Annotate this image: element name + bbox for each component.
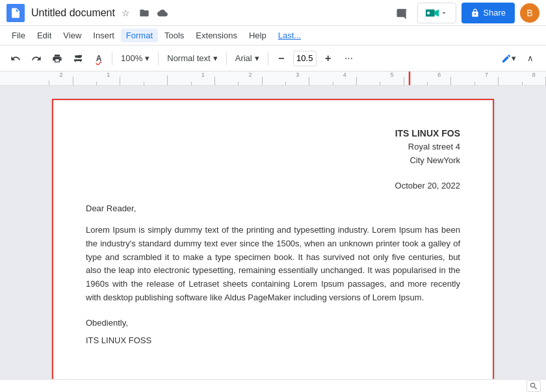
menu-edit[interactable]: Edit <box>32 29 57 42</box>
font-chevron-icon: ▾ <box>255 53 259 63</box>
share-label: Share <box>483 8 506 18</box>
more-options-button[interactable]: ⋯ <box>340 49 358 68</box>
collapse-toolbar-button[interactable]: ∧ <box>521 49 540 68</box>
menu-help[interactable]: Help <box>244 29 272 42</box>
pencil-button[interactable]: ▾ <box>499 49 519 68</box>
paint-format-button[interactable] <box>69 49 87 68</box>
menu-file[interactable]: File <box>6 29 31 42</box>
menu-extensions[interactable]: Extensions <box>190 29 242 42</box>
user-avatar[interactable]: B <box>520 3 540 23</box>
top-bar: Untitled document ☆ Share B <box>0 0 546 26</box>
menu-format[interactable]: Format <box>121 29 158 42</box>
letter-header: ITS LINUX FOS Royal street 4 City NewYor… <box>86 126 460 168</box>
toolbar-sep-1 <box>112 52 112 65</box>
menu-insert[interactable]: Insert <box>88 29 120 42</box>
letter-address2: City NewYork <box>86 154 460 168</box>
top-right: Share B <box>391 3 540 23</box>
doc-title[interactable]: Untitled document <box>31 7 115 19</box>
letter-address1: Royal street 4 <box>86 140 460 154</box>
comments-button[interactable] <box>391 3 412 23</box>
star-icon[interactable]: ☆ <box>119 6 133 20</box>
redo-button[interactable] <box>27 49 46 68</box>
menu-view[interactable]: View <box>58 29 86 42</box>
scroll-end-button[interactable] <box>526 380 541 392</box>
menu-bar: File Edit View Insert Format Tools Exten… <box>0 26 546 46</box>
toolbar-sep-2 <box>158 52 159 65</box>
increase-font-button[interactable]: + <box>319 49 337 68</box>
pencil-chevron-icon: ▾ <box>512 53 516 63</box>
letter-body: Lorem Ipsum is simply dummy text of the … <box>86 224 460 305</box>
toolbar-sep-3 <box>226 52 227 65</box>
share-button[interactable]: Share <box>462 3 515 23</box>
letter-greeting: Dear Reader, <box>86 203 460 213</box>
svg-point-2 <box>427 11 430 14</box>
zoom-select[interactable]: 100% ▾ <box>116 49 154 68</box>
doc-title-area: Untitled document ☆ <box>31 6 391 20</box>
letter-closing: Obediently, <box>86 318 460 328</box>
spell-check-button[interactable]: A <box>90 49 108 68</box>
ruler: 2 1 1 2 3 4 5 6 7 8 <box>0 72 546 86</box>
decrease-font-button[interactable]: − <box>272 49 291 68</box>
folder-icon[interactable] <box>137 6 151 20</box>
document-page[interactable]: ITS LINUX FOS Royal street 4 City NewYor… <box>52 99 494 379</box>
style-chevron-icon: ▾ <box>213 53 218 63</box>
cloud-icon <box>155 6 170 20</box>
letter-signature: ITS LINUX FOSS <box>86 335 460 345</box>
toolbar-sep-4 <box>268 52 268 65</box>
font-select[interactable]: Arial ▾ <box>231 49 264 68</box>
main-content-area: ITS LINUX FOS Royal street 4 City NewYor… <box>0 86 546 379</box>
bottom-bar <box>0 379 546 392</box>
meet-button[interactable] <box>417 3 456 23</box>
menu-last[interactable]: Last... <box>273 29 306 42</box>
letter-date: October 20, 2022 <box>86 181 460 190</box>
print-button[interactable] <box>48 49 66 68</box>
style-select[interactable]: Normal text ▾ <box>162 49 222 68</box>
letter-company: ITS LINUX FOS <box>86 126 460 140</box>
toolbar: A 100% ▾ Normal text ▾ Arial ▾ − + ⋯ ▾ ∧ <box>0 46 546 72</box>
app-icon <box>6 4 25 22</box>
menu-tools[interactable]: Tools <box>159 29 189 42</box>
font-size-input[interactable] <box>293 51 317 66</box>
zoom-chevron-icon: ▾ <box>145 53 150 63</box>
svg-marker-1 <box>435 9 439 16</box>
undo-button[interactable] <box>6 49 25 68</box>
